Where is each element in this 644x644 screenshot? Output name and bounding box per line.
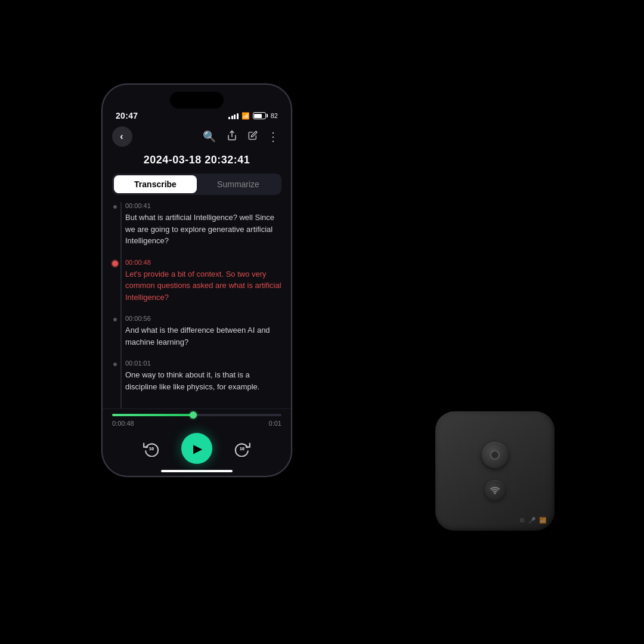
play-button[interactable]: ▶	[181, 433, 212, 464]
forward-button[interactable]: 10	[230, 436, 254, 460]
transcript-entry-3: 00:00:56 And what is the difference betw…	[112, 315, 281, 348]
timeline-dot-4	[112, 361, 118, 367]
rewind-label: 10	[149, 447, 154, 451]
recording-title: 2024-03-18 20:32:41	[103, 149, 291, 174]
home-indicator	[161, 470, 233, 472]
battery-percent: 82	[271, 112, 278, 119]
signal-bar-3	[234, 114, 236, 119]
phone-wrapper: 20:47 📶	[101, 83, 292, 477]
progress-bar[interactable]	[112, 414, 281, 416]
progress-thumb	[190, 411, 197, 419]
entry-content-2: 00:00:48 Let's provide a bit of context.…	[125, 259, 281, 304]
battery-icon	[253, 112, 268, 119]
hardware-device: ⚙ 🎤 📶	[435, 411, 555, 531]
player-area: 0:00:48 0:01 10 ▶	[103, 408, 291, 476]
forward-label: 10	[240, 447, 244, 451]
timeline-dot-3	[112, 317, 118, 323]
entry-content-1: 00:00:41 But what is artificial Intellig…	[125, 202, 281, 247]
device-icon-2: 🎤	[528, 517, 535, 524]
timeline-dot-2	[112, 261, 118, 267]
battery-body	[253, 112, 266, 119]
wifi-icon: 📶	[242, 112, 250, 120]
entry-time-2: 00:00:48	[125, 259, 281, 266]
scene: 20:47 📶	[54, 54, 590, 590]
more-icon[interactable]: ⋮	[265, 127, 281, 146]
entry-time-3: 00:00:56	[125, 315, 281, 322]
progress-fill	[112, 414, 193, 416]
share-icon[interactable]	[223, 128, 241, 146]
search-icon[interactable]: 🔍	[199, 128, 219, 145]
back-button[interactable]: ‹	[112, 126, 132, 147]
hardware-device-wrapper: ⚙ 🎤 📶	[435, 411, 555, 531]
transcript-entry-2: 00:00:48 Let's provide a bit of context.…	[112, 259, 281, 304]
dynamic-island	[170, 92, 224, 109]
device-wifi-button[interactable]	[485, 480, 505, 500]
timeline-dot-1	[112, 204, 118, 210]
transcript-entry-1: 00:00:41 But what is artificial Intellig…	[112, 202, 281, 247]
device-main-button[interactable]	[482, 442, 508, 468]
entry-content-4: 00:01:01 One way to think about it, is t…	[125, 360, 281, 392]
phone-screen: 20:47 📶	[103, 85, 291, 476]
rewind-button[interactable]: 10	[140, 436, 163, 460]
player-controls: 10 ▶ 10	[112, 433, 281, 464]
device-bottom-icons: ⚙ 🎤 📶	[519, 517, 546, 524]
signal-bar-1	[228, 117, 230, 119]
entry-text-3: And what is the difference between AI an…	[125, 324, 281, 348]
total-time: 0:01	[269, 420, 281, 427]
entry-content-3: 00:00:56 And what is the difference betw…	[125, 315, 281, 348]
nav-bar: ‹ 🔍	[103, 124, 291, 149]
entry-text-2: Let's provide a bit of context. So two v…	[125, 268, 281, 304]
status-bar: 20:47 📶	[103, 109, 291, 124]
tab-summarize[interactable]: Summarize	[197, 175, 280, 193]
tab-transcribe[interactable]: Transcribe	[114, 175, 197, 193]
back-chevron-icon: ‹	[120, 131, 123, 142]
signal-bars-icon	[228, 112, 239, 119]
play-icon: ▶	[193, 441, 202, 456]
device-main-button-inner	[490, 450, 500, 460]
signal-bar-2	[231, 116, 233, 119]
tab-bar: Transcribe Summarize	[112, 174, 281, 195]
entry-text-4: One way to think about it, is that is a …	[125, 369, 281, 392]
entry-text-1: But what is artificial Intelligence? wel…	[125, 212, 281, 247]
device-icon-1: ⚙	[519, 517, 525, 524]
phone: 20:47 📶	[101, 83, 292, 477]
edit-icon[interactable]	[244, 128, 261, 145]
status-time: 20:47	[116, 111, 138, 120]
status-icons: 📶 82	[228, 112, 278, 120]
transcript-area: 00:00:41 But what is artificial Intellig…	[103, 202, 291, 408]
device-icon-3: 📶	[539, 517, 546, 524]
current-time: 0:00:48	[112, 420, 134, 427]
signal-bar-4	[237, 113, 239, 119]
battery-tip	[267, 114, 268, 117]
battery-fill	[254, 114, 262, 118]
entry-time-4: 00:01:01	[125, 360, 281, 367]
transcript-entry-4: 00:01:01 One way to think about it, is t…	[112, 360, 281, 392]
svg-point-1	[494, 493, 495, 494]
time-labels: 0:00:48 0:01	[112, 420, 281, 427]
entry-time-1: 00:00:41	[125, 202, 281, 209]
